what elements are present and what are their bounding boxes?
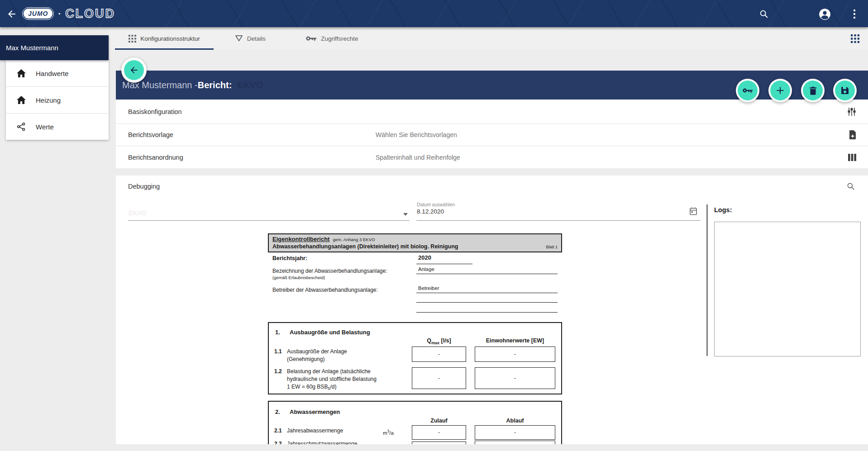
app-back-button[interactable]: [6, 8, 18, 20]
tune-icon[interactable]: [847, 107, 856, 116]
item-text: Jahresabwassermenge: [287, 427, 343, 434]
logs-panel: [714, 222, 861, 356]
search-icon: [846, 182, 855, 191]
item-number: 1.2: [274, 368, 282, 375]
row-berichtsvorlage[interactable]: Berichtsvorlage Wählen Sie Berichtsvorla…: [116, 124, 868, 146]
value-box: -: [475, 347, 555, 362]
apps-grid-button[interactable]: [851, 34, 860, 43]
tab-konfigurationsstruktur[interactable]: Konfigurationsstruktur: [115, 27, 214, 50]
report-name-ghost-value[interactable]: EKVO: [237, 80, 263, 90]
item-number: 1.1: [274, 348, 282, 355]
save-icon: [841, 86, 849, 95]
row-value: Spalteninhalt und Reihenfolge: [376, 154, 460, 161]
column-header-qmax: Qmax [l/s]: [412, 337, 466, 345]
column-header-ablauf: Ablauf: [475, 418, 555, 424]
value-box: -: [412, 425, 466, 440]
logo-separator: ·: [58, 9, 61, 19]
year-underline: [416, 256, 472, 264]
delete-fab-button[interactable]: [801, 79, 825, 102]
account-icon: [819, 8, 831, 20]
back-fab-button[interactable]: [121, 57, 147, 83]
item-text: Jahresschmutzwassermenge: [287, 441, 357, 444]
grid-icon: [129, 35, 136, 43]
row-value: Wählen Sie Berichtsvorlagen: [376, 131, 457, 138]
fab-circle: [835, 81, 855, 100]
trash-icon: [809, 86, 817, 95]
date-picker-field[interactable]: Datum auswählen 8.12.2020: [416, 194, 701, 221]
document-sheet-number: Blatt 1: [546, 245, 558, 249]
app-bar: JUMO · CLOUD: [0, 0, 868, 27]
more-vert-icon: [853, 9, 856, 19]
select-ghost-value: EKVO: [129, 209, 147, 217]
value-box: -: [475, 425, 555, 440]
jumo-cloud-app: JUMO · CLOUD Konfigurationsstruktur: [0, 0, 868, 451]
row-label: Basiskonfiguration: [128, 108, 182, 115]
row-label: Berichtsvorlage: [128, 131, 173, 138]
filter-icon: [235, 35, 243, 42]
tab-details[interactable]: Details: [223, 27, 278, 50]
key-icon: [306, 35, 317, 42]
chevron-down-icon: [403, 213, 408, 216]
calendar-icon[interactable]: [690, 207, 697, 215]
fab-circle: [738, 81, 758, 100]
sidebar-item-heizung[interactable]: Heizung: [6, 87, 109, 114]
item-text: 1 EW = 60g BSB5/d): [287, 384, 336, 391]
plant-name-label: Bezeichnung der Abwasserbehandlungsanlag…: [272, 268, 387, 274]
item-number: 2.2: [274, 441, 282, 444]
operator-underline: [416, 285, 558, 293]
key-icon: [743, 87, 753, 94]
sidebar-user-header: Max Mustermann: [0, 35, 109, 60]
sidebar-item-label: Handwerte: [36, 70, 69, 77]
value-box: -: [412, 347, 466, 362]
apps-grid-icon: [851, 34, 860, 43]
add-fab-button[interactable]: [768, 79, 792, 102]
row-berichtsanordnung[interactable]: Berichtsanordnung Spalteninhalt und Reih…: [116, 146, 868, 168]
row-basiskonfiguration[interactable]: Basiskonfiguration: [116, 100, 868, 124]
item-text: Belastung der Anlage (tatsächliche: [287, 368, 371, 375]
columns-icon[interactable]: [848, 154, 856, 161]
back-arrow-icon: [6, 9, 17, 19]
report-type-select[interactable]: EKVO: [128, 199, 410, 221]
value-box: [412, 442, 466, 444]
permissions-fab-button[interactable]: [736, 79, 759, 102]
cloud-wordmark: CLOUD: [65, 0, 115, 27]
search-button[interactable]: [758, 8, 770, 20]
search-icon: [759, 9, 769, 19]
pane-divider: [706, 204, 708, 356]
save-fab-button[interactable]: [833, 79, 857, 102]
sidebar-item-handwerte[interactable]: Handwerte: [6, 60, 109, 87]
operator-label: Betreiber der Abwasserbehandlungsanlage:: [272, 287, 378, 293]
year-label: Berichtsjahr:: [272, 255, 307, 261]
sidebar-menu: Handwerte Heizung Werte: [6, 60, 109, 140]
plant-name-note: (gemäß Erlaubnisbescheid): [272, 275, 325, 280]
document-section-2: 2. Abwassermengen Zulauf Ablauf 2.1 Jahr…: [268, 401, 562, 444]
share-icon: [17, 122, 26, 131]
debugging-search-button[interactable]: [846, 182, 855, 191]
tab-label: Konfigurationsstruktur: [140, 35, 200, 42]
tab-zugriffsrechte[interactable]: Zugriffsrechte: [294, 27, 370, 50]
item-text: hydraulische und stoffliche Belastung: [287, 376, 377, 382]
tab-label: Zugriffsrechte: [321, 35, 358, 42]
plus-icon: [776, 86, 785, 95]
value-box: -: [475, 367, 555, 389]
blank-underline: [416, 295, 558, 303]
section-title: Ausbaugröße und Belastung: [290, 329, 370, 336]
account-button[interactable]: [818, 8, 831, 20]
sidebar-item-label: Werte: [36, 123, 54, 131]
item-number: 2.1: [274, 427, 282, 434]
document-title-note: gem. Anhang 3 EKVO: [333, 237, 375, 242]
column-header-zulauf: Zulauf: [412, 418, 466, 424]
column-header-ew: Einwohnerwerte [EW]: [475, 337, 555, 344]
sidebar-item-label: Heizung: [36, 96, 61, 104]
value-box: -: [412, 367, 466, 389]
report-title: Bericht:: [198, 80, 232, 90]
overflow-menu-button[interactable]: [848, 8, 861, 20]
unit-m3a: m3/a: [383, 444, 394, 444]
document-title: Eigenkontrollbericht: [272, 236, 329, 242]
sidebar-item-werte[interactable]: Werte: [6, 114, 109, 140]
item-text: Ausbaugröße der Anlage: [287, 348, 347, 355]
date-field-value[interactable]: 8.12.2020: [417, 208, 444, 215]
home-icon: [17, 96, 26, 104]
note-add-icon[interactable]: [849, 130, 856, 139]
jumo-cloud-logo: JUMO · CLOUD: [24, 0, 115, 27]
